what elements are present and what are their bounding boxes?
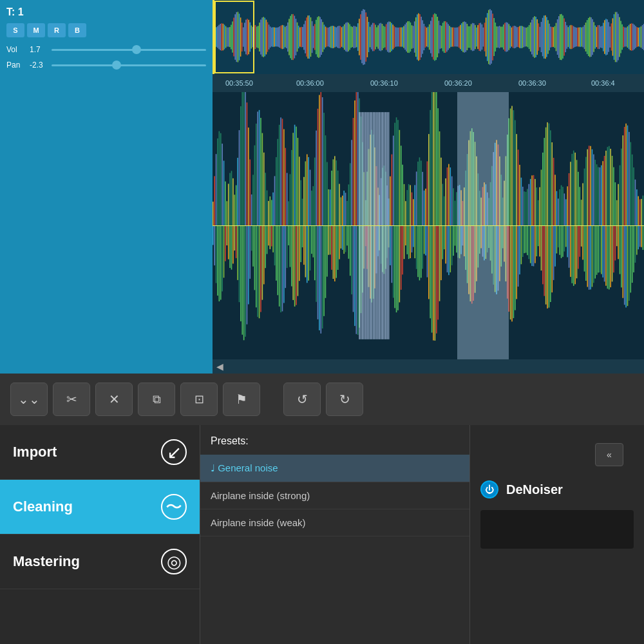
mastering-icon: ◎ [161, 549, 187, 574]
solo-button[interactable]: S [6, 23, 24, 37]
mastering-label: Mastering [13, 553, 80, 570]
denoiser-label: DeNoiser [506, 482, 563, 497]
vol-slider-row: Vol 1.7 [6, 45, 206, 54]
bypass-button[interactable]: B [68, 23, 86, 37]
redo-button[interactable]: ↻ [326, 383, 363, 416]
denoiser-controls [480, 510, 634, 549]
paste-special-icon: ⊡ [194, 392, 204, 406]
record-button[interactable]: R [48, 23, 66, 37]
mini-waveform [213, 0, 644, 74]
right-panel: « ⏻ DeNoiser [470, 425, 644, 644]
pan-value: -2.3 [30, 61, 48, 70]
denoiser-row: ⏻ DeNoiser [470, 474, 644, 505]
mute-button[interactable]: M [27, 23, 45, 37]
main-waveform [213, 92, 644, 359]
denoiser-power-button[interactable]: ⏻ [480, 480, 498, 498]
toolbar: ⌄⌄ ✂ ✕ ⧉ ⊡ ⚑ ↺ ↻ [0, 374, 644, 425]
import-icon: ↙ [161, 439, 187, 465]
vol-value: 1.7 [30, 45, 48, 54]
audio-editor: T: 1 S M R B Vol 1.7 Pan -2.3 00:35:50 [0, 0, 644, 374]
time-mark-4: 00:36:20 [444, 79, 472, 87]
vol-label: Vol [6, 45, 26, 54]
preset-label-airplane-strong: Airplane inside (strong) [211, 490, 310, 501]
collapse-right-icon: « [607, 450, 612, 460]
time-mark-6: 00:36:4 [591, 79, 615, 87]
pan-label: Pan [6, 61, 26, 70]
presets-label: Presets: [200, 435, 469, 447]
preset-label-airplane-weak: Airplane inside (weak) [211, 517, 306, 528]
cleaning-icon: 〜 [161, 494, 187, 520]
flag-button[interactable]: ⚑ [223, 383, 260, 416]
cut-icon: ✂ [66, 392, 77, 407]
vol-slider-track[interactable] [52, 49, 206, 51]
timeline-ruler: 00:35:50 00:36:00 00:36:10 00:36:20 00:3… [213, 74, 644, 92]
scroll-left-arrow[interactable]: ◀ [216, 361, 223, 372]
flag-icon: ⚑ [236, 392, 247, 407]
preset-item-general-noise[interactable]: ♩ General noise [200, 455, 469, 482]
pan-slider-track[interactable] [52, 64, 206, 66]
track-buttons: S M R B [6, 23, 206, 37]
undo-button[interactable]: ↺ [283, 383, 321, 416]
power-icon: ⏻ [485, 484, 494, 495]
preset-label-general-noise: ♩ General noise [211, 462, 278, 473]
mini-waveform-canvas [214, 0, 644, 74]
time-mark-1: 00:35:50 [225, 79, 253, 87]
copy-special-icon: ⧉ [153, 393, 161, 406]
preset-item-airplane-strong[interactable]: Airplane inside (strong) [200, 482, 469, 509]
cleaning-panel-item[interactable]: Cleaning 〜 [0, 480, 200, 535]
presets-panel: Presets: ♩ General noise Airplane inside… [200, 425, 470, 644]
pan-slider-row: Pan -2.3 [6, 61, 206, 70]
redo-icon: ↻ [339, 392, 350, 407]
main-waveform-canvas [213, 92, 644, 359]
paste-special-button[interactable]: ⊡ [180, 383, 218, 416]
collapse-right-button[interactable]: « [595, 443, 623, 466]
collapse-icon: ⌄⌄ [18, 392, 40, 407]
delete-icon: ✕ [109, 392, 120, 407]
collapse-button[interactable]: ⌄⌄ [10, 383, 48, 416]
track-label: T: 1 [6, 6, 206, 18]
copy-special-button[interactable]: ⧉ [138, 383, 175, 416]
bottom-section: Import ↙ Cleaning 〜 Mastering ◎ Presets:… [0, 425, 644, 644]
pan-slider-thumb[interactable] [112, 61, 121, 70]
vol-slider-thumb[interactable] [132, 45, 141, 54]
import-label: Import [13, 444, 57, 460]
mastering-panel-item[interactable]: Mastering ◎ [0, 535, 200, 589]
left-panel: Import ↙ Cleaning 〜 Mastering ◎ [0, 425, 200, 644]
waveform-container: 00:35:50 00:36:00 00:36:10 00:36:20 00:3… [213, 0, 644, 374]
track-controls: T: 1 S M R B Vol 1.7 Pan -2.3 [0, 0, 213, 374]
time-mark-3: 00:36:10 [370, 79, 398, 87]
cut-button[interactable]: ✂ [53, 383, 90, 416]
import-panel-item[interactable]: Import ↙ [0, 425, 200, 480]
cleaning-label: Cleaning [13, 498, 73, 515]
time-mark-5: 00:36:30 [518, 79, 546, 87]
time-mark-2: 00:36:00 [296, 79, 324, 87]
delete-button[interactable]: ✕ [95, 383, 133, 416]
preset-item-airplane-weak[interactable]: Airplane inside (weak) [200, 509, 469, 536]
waveform-scrollbar[interactable]: ◀ [213, 359, 644, 374]
undo-icon: ↺ [297, 392, 308, 407]
